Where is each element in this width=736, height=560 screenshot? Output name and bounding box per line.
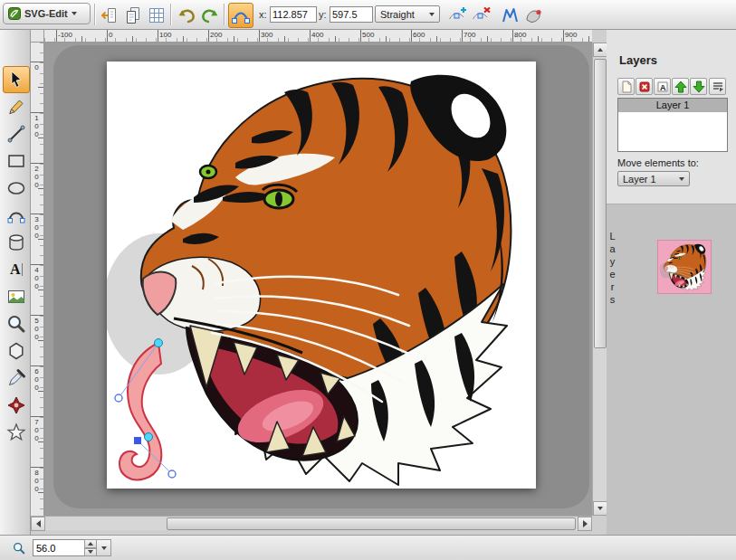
tool-shape-library[interactable]	[3, 229, 30, 256]
path-control-handle[interactable]	[168, 470, 176, 478]
merge-layer-button[interactable]	[709, 78, 726, 95]
tool-image[interactable]	[3, 283, 30, 310]
layer-thumbnail[interactable]	[657, 240, 712, 294]
h-ruler-midtick	[132, 36, 133, 43]
path-node[interactable]	[145, 433, 153, 441]
drawing[interactable]	[107, 62, 536, 489]
delete-node-button[interactable]	[469, 4, 492, 27]
panel-collapse-handle[interactable]: Layers	[607, 231, 618, 348]
h-ruler-tick	[563, 30, 564, 43]
up-arrow-icon	[597, 48, 603, 52]
tool-polygon[interactable]	[3, 337, 30, 365]
scroll-down-button[interactable]	[593, 501, 607, 516]
delete-layer-button[interactable]	[636, 78, 653, 95]
scroll-right-button[interactable]	[578, 517, 592, 531]
v-ruler-tick	[31, 315, 44, 316]
move-elements-label: Move elements to:	[617, 157, 699, 168]
rename-layer-button[interactable]: A	[654, 78, 671, 95]
zoom-control	[33, 539, 97, 556]
h-ruler-tick	[158, 30, 158, 43]
zoom-icon	[12, 541, 26, 555]
tool-star[interactable]	[3, 419, 30, 446]
zoom-input[interactable]	[33, 539, 84, 556]
h-ruler-tick	[310, 30, 311, 43]
vertical-scroll-thumb[interactable]	[594, 59, 607, 348]
tool-zoom[interactable]	[3, 310, 30, 337]
new-layer-button[interactable]	[617, 78, 635, 95]
horizontal-ruler: -10001002003004005006007008009001000	[44, 30, 592, 43]
ellipse-icon	[5, 177, 27, 199]
redo-button[interactable]	[198, 4, 222, 27]
undo-button[interactable]	[175, 4, 198, 27]
zoom-increase-button[interactable]	[84, 539, 97, 548]
tool-mosaic[interactable]	[3, 392, 30, 419]
tool-ellipse[interactable]	[3, 175, 30, 202]
toolbar-separator	[170, 4, 172, 25]
link-control-points-button[interactable]	[228, 3, 253, 28]
h-ruler-label: 300	[261, 31, 272, 39]
segment-type-select[interactable]: Straight	[375, 5, 440, 23]
open-path-button[interactable]	[498, 4, 521, 27]
zoom-preset-dropdown[interactable]	[96, 539, 111, 556]
h-ruler-midtick	[183, 36, 184, 43]
document-properties-button[interactable]	[121, 4, 145, 27]
tool-line[interactable]	[3, 120, 30, 147]
up-arrow-icon	[674, 80, 688, 94]
path-node[interactable]	[155, 339, 163, 347]
move-elements-value: Layer 1	[623, 174, 656, 185]
tool-text[interactable]: A	[3, 256, 30, 283]
scroll-left-button[interactable]	[31, 517, 45, 531]
main-menu-button[interactable]: SVG-Edit	[3, 3, 91, 24]
tool-eyedropper[interactable]	[3, 365, 30, 392]
tool-rectangle[interactable]	[3, 147, 30, 175]
canvas-viewport[interactable]	[44, 43, 592, 516]
v-ruler-tick	[31, 264, 44, 265]
tool-path[interactable]	[3, 202, 30, 229]
h-ruler-midtick	[487, 36, 488, 43]
y-coordinate-input[interactable]	[330, 6, 373, 23]
down-arrow-icon	[88, 550, 93, 554]
image-library-button[interactable]	[98, 4, 121, 27]
main-toolbar: SVG-Edit x: y: Straight	[0, 0, 736, 30]
layer-row-active[interactable]: Layer 1	[618, 99, 727, 112]
vertical-scrollbar[interactable]	[592, 43, 607, 516]
v-ruler-label: 400	[33, 266, 41, 290]
h-ruler-midtick	[335, 36, 336, 43]
horizontal-scroll-thumb[interactable]	[167, 517, 576, 530]
tool-pencil[interactable]	[3, 93, 30, 120]
svg-text:A: A	[660, 82, 666, 91]
v-ruler-tick	[31, 416, 44, 417]
h-ruler-midtick	[538, 36, 539, 43]
horizontal-scrollbar[interactable]	[31, 516, 592, 530]
layer-list[interactable]: Layer 1	[617, 98, 728, 152]
tool-select[interactable]	[3, 66, 30, 93]
scroll-up-button[interactable]	[593, 43, 607, 57]
tiger-artwork[interactable]	[107, 75, 511, 485]
svg-canvas[interactable]	[107, 62, 536, 489]
v-ruler-label: 700	[33, 418, 41, 442]
layers-panel: Layers A Layer 1 Move elements to: Layer…	[607, 30, 736, 535]
h-ruler-label: -100	[58, 31, 72, 39]
v-ruler-label: 100	[33, 114, 41, 138]
magnifier-icon	[5, 313, 27, 335]
path-node-square[interactable]	[134, 437, 141, 444]
reorient-path-button[interactable]	[521, 4, 545, 27]
path-icon	[5, 204, 27, 226]
move-elements-select[interactable]: Layer 1	[617, 171, 690, 186]
path-control-handle[interactable]	[115, 394, 122, 402]
v-ruler-tick	[31, 112, 44, 113]
h-ruler-midtick	[436, 36, 437, 43]
zoom-decrease-button[interactable]	[84, 548, 97, 557]
document-properties-icon	[123, 5, 143, 25]
move-layer-up-button[interactable]	[672, 78, 689, 95]
h-ruler-midtick	[386, 36, 387, 43]
image-library-icon	[100, 5, 119, 25]
layers-panel-title: Layers	[619, 53, 657, 67]
x-coordinate-input[interactable]	[270, 6, 317, 23]
wireframe-grid-button[interactable]	[145, 4, 168, 27]
eyedropper-icon	[5, 367, 27, 389]
layer-thumbnail-image	[660, 242, 709, 291]
move-layer-down-button[interactable]	[690, 78, 707, 95]
add-node-button[interactable]	[445, 4, 469, 27]
h-ruler-tick	[360, 30, 361, 43]
